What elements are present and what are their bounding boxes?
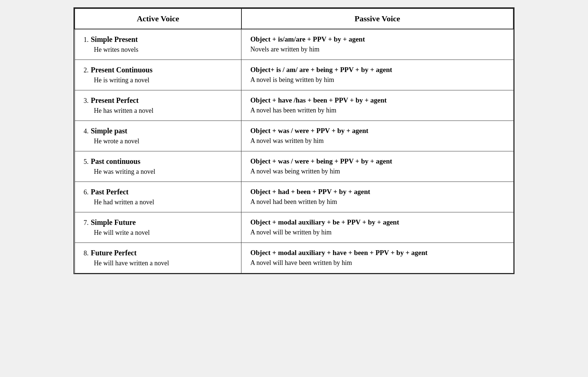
passive-formula-8: Object + modal auxiliary + have + been +… (250, 249, 504, 257)
passive-cell-3: Object + have /has + been + PPV + by + a… (241, 90, 513, 121)
passive-cell-7: Object + modal auxiliary + be + PPV + by… (241, 212, 513, 243)
active-cell-6: 6.Past PerfectHe had written a novel (75, 182, 241, 212)
passive-cell-2: Object+ is / am/ are + being + PPV + by … (241, 60, 513, 90)
row-number-1: 1. (84, 36, 89, 44)
passive-cell-4: Object + was / were + PPV + by + agentA … (241, 121, 513, 151)
active-example-8: He will have written a novel (94, 259, 233, 267)
passive-example-3: A novel has been written by him (250, 107, 504, 114)
passive-cell-1: Object + is/am/are + PPV + by + agentNov… (241, 29, 513, 60)
tense-name-7: Simple Future (91, 218, 136, 227)
tense-name-4: Simple past (91, 127, 127, 135)
active-cell-5: 5.Past continuousHe was writing a novel (75, 151, 241, 182)
active-cell-2: 2.Present ContinuousHe is writing a nove… (75, 60, 241, 90)
active-example-6: He had written a novel (94, 198, 233, 206)
passive-cell-6: Object + had + been + PPV + by + agentA … (241, 182, 513, 212)
passive-formula-7: Object + modal auxiliary + be + PPV + by… (250, 218, 504, 226)
row-number-2: 2. (84, 67, 89, 74)
grammar-table: Active Voice Passive Voice 1.Simple Pres… (74, 7, 514, 274)
row-number-5: 5. (84, 158, 89, 166)
passive-formula-6: Object + had + been + PPV + by + agent (250, 188, 504, 196)
active-example-2: He is writing a novel (94, 76, 233, 84)
active-cell-7: 7.Simple FutureHe will write a novel (75, 212, 241, 243)
active-cell-3: 3.Present PerfectHe has written a novel (75, 90, 241, 121)
passive-formula-5: Object + was / were + being + PPV + by +… (250, 157, 504, 165)
passive-formula-4: Object + was / were + PPV + by + agent (250, 127, 504, 135)
tense-name-1: Simple Present (91, 35, 138, 44)
active-example-4: He wrote a novel (94, 137, 233, 145)
passive-example-8: A novel will have been written by him (250, 259, 504, 267)
passive-example-5: A novel was being written by him (250, 168, 504, 175)
passive-example-6: A novel had been written by him (250, 198, 504, 206)
active-example-7: He will write a novel (94, 229, 233, 237)
active-voice-header: Active Voice (75, 8, 241, 29)
passive-voice-header: Passive Voice (241, 8, 513, 29)
row-number-8: 8. (84, 249, 89, 257)
row-number-3: 3. (84, 97, 89, 105)
tense-name-6: Past Perfect (91, 188, 129, 196)
row-number-4: 4. (84, 128, 89, 135)
tense-name-8: Future Perfect (91, 249, 137, 257)
passive-example-2: A novel is being written by him (250, 76, 504, 84)
tense-name-5: Past continuous (91, 157, 140, 166)
passive-cell-8: Object + modal auxiliary + have + been +… (241, 243, 513, 273)
passive-example-4: A novel was written by him (250, 137, 504, 145)
active-cell-4: 4.Simple pastHe wrote a novel (75, 121, 241, 151)
active-cell-1: 1.Simple PresentHe writes novels (75, 29, 241, 60)
tense-name-2: Present Continuous (91, 66, 153, 74)
passive-formula-2: Object+ is / am/ are + being + PPV + by … (250, 66, 504, 74)
row-number-7: 7. (84, 219, 89, 227)
active-cell-8: 8.Future PerfectHe will have written a n… (75, 243, 241, 273)
passive-example-1: Novels are written by him (250, 46, 504, 53)
tense-name-3: Present Perfect (91, 96, 139, 105)
passive-cell-5: Object + was / were + being + PPV + by +… (241, 151, 513, 182)
active-example-5: He was writing a novel (94, 168, 233, 176)
passive-formula-1: Object + is/am/are + PPV + by + agent (250, 35, 504, 43)
passive-formula-3: Object + have /has + been + PPV + by + a… (250, 96, 504, 104)
row-number-6: 6. (84, 188, 89, 196)
active-example-3: He has written a novel (94, 107, 233, 115)
active-example-1: He writes novels (94, 46, 233, 54)
passive-example-7: A novel will be written by him (250, 229, 504, 236)
